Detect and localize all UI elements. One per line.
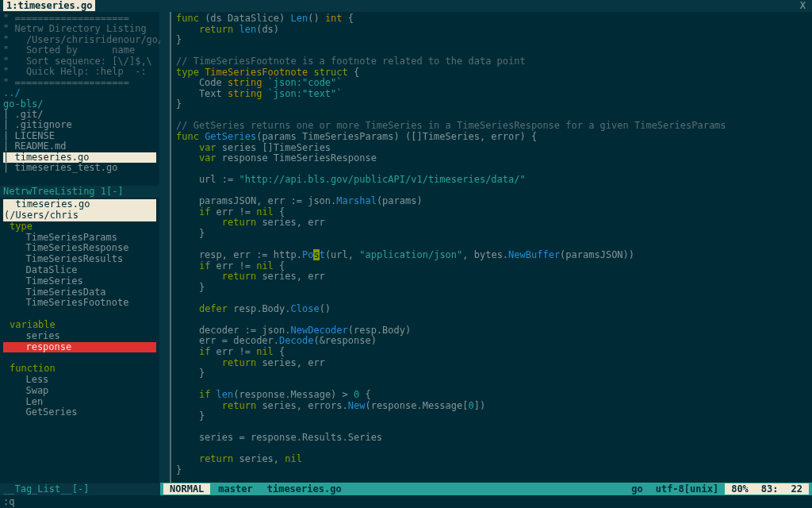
taglist-section[interactable]: type [3, 221, 156, 233]
left-column: " ====================" Netrw Directory … [0, 12, 160, 495]
netrw-file[interactable]: | .git/ [3, 109, 44, 120]
taglist-item[interactable]: Swap [3, 386, 156, 397]
taglist-panel[interactable]: timeseries.go (/Users/christype TimeSeri… [0, 198, 159, 483]
taglist-item[interactable]: TimeSeriesResponse [3, 243, 156, 254]
taglist-section[interactable]: variable [3, 320, 156, 331]
netrw-status-bar: NetrwTreeListing 1[-] [0, 186, 159, 198]
status-percent: 80% [725, 483, 755, 495]
netrw-file[interactable]: | timeseries.go [3, 152, 156, 163]
netrw-panel[interactable]: " ====================" Netrw Directory … [0, 12, 159, 186]
editor-viewport[interactable]: func (ds DataSlice) Len() int { return l… [160, 12, 812, 483]
status-filename: timeseries.go [261, 483, 348, 495]
main-area: " ====================" Netrw Directory … [0, 12, 812, 495]
netrw-up-dir[interactable]: ../ [3, 87, 21, 98]
tab-close-icon[interactable]: X [797, 0, 809, 11]
taglist-item[interactable]: response [3, 342, 156, 353]
command-line[interactable]: :q [0, 495, 812, 508]
netrw-file[interactable]: | .gitignore [3, 119, 72, 130]
taglist-item[interactable]: TimeSeriesData [3, 287, 156, 298]
command-text: :q [3, 496, 14, 507]
taglist-status-bar: __Tag_List__[-] [0, 483, 159, 495]
taglist-section[interactable]: function [3, 364, 156, 375]
status-line-number: 83: [755, 483, 785, 495]
status-filetype: go [625, 483, 649, 495]
editor-column: func (ds DataSlice) Len() int { return l… [160, 12, 812, 495]
netrw-file[interactable]: | LICENSE [3, 130, 55, 141]
status-encoding: utf-8[unix] [649, 483, 725, 495]
taglist-item[interactable]: TimeSeries [3, 276, 156, 287]
fold-gutter [160, 12, 171, 483]
netrw-dir[interactable]: go-bls/ [3, 98, 44, 110]
netrw-file[interactable]: | README.md [3, 140, 66, 152]
taglist-item[interactable]: TimeSeriesFootnote [3, 298, 156, 309]
tab-bar: 1:timeseries.go X [0, 0, 812, 12]
taglist-item[interactable]: DataSlice [3, 265, 156, 276]
taglist-file[interactable]: timeseries.go (/Users/chris [3, 199, 156, 221]
tab-active[interactable]: 1:timeseries.go [3, 0, 95, 11]
code-editor[interactable]: func (ds DataSlice) Len() int { return l… [171, 12, 812, 483]
taglist-item[interactable]: TimeSeriesParams [3, 233, 156, 244]
taglist-item[interactable]: Len [3, 397, 156, 408]
status-mode: NORMAL [163, 483, 210, 495]
taglist-item[interactable]: GetSeries [3, 407, 156, 418]
netrw-file[interactable]: | timeseries_test.go [3, 162, 118, 173]
taglist-item[interactable]: Less [3, 375, 156, 386]
status-line: NORMAL master timeseries.go go utf-8[uni… [160, 483, 812, 495]
status-col-number: 22 [785, 483, 809, 495]
status-branch: master [210, 483, 260, 495]
taglist-item[interactable]: TimeSeriesResults [3, 254, 156, 265]
taglist-item[interactable]: series [3, 331, 156, 342]
